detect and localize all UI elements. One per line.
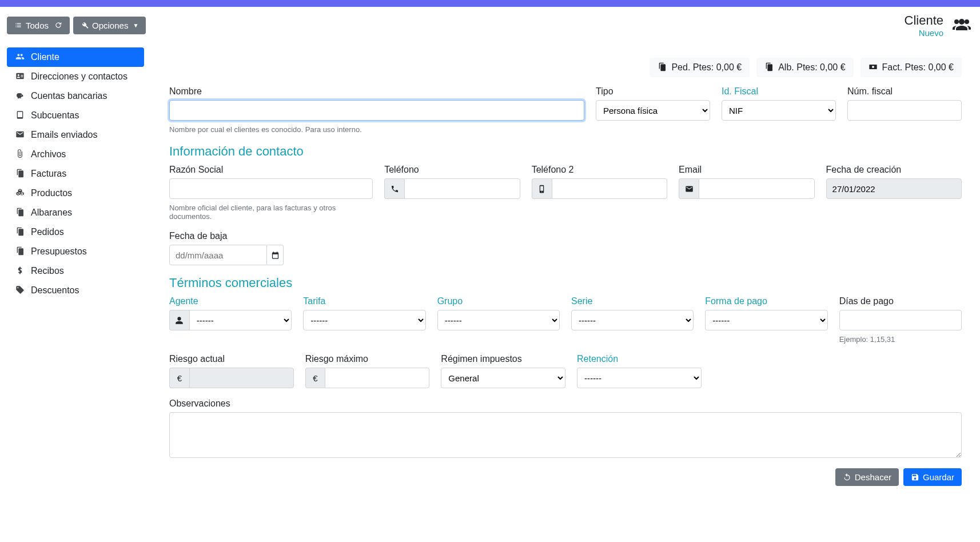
field-agente: Agente ------ bbox=[169, 296, 292, 330]
sidebar-item-cuentas[interactable]: Cuentas bancarias bbox=[7, 86, 144, 106]
grupo-select[interactable]: ------ bbox=[437, 310, 560, 330]
calendar-icon[interactable] bbox=[267, 245, 284, 265]
sidebar-item-label: Facturas bbox=[31, 169, 66, 179]
sidebar-item-label: Cliente bbox=[31, 52, 59, 62]
row-observaciones: Observaciones bbox=[169, 398, 962, 458]
idfiscal-label[interactable]: Id. Fiscal bbox=[722, 86, 836, 97]
nombre-input[interactable] bbox=[169, 100, 584, 121]
idfiscal-select[interactable]: NIF bbox=[722, 100, 836, 121]
cubes-icon bbox=[15, 188, 25, 198]
sidebar-item-label: Recibos bbox=[31, 266, 64, 276]
forma-pago-select[interactable]: ------ bbox=[705, 310, 827, 330]
riesgo-max-label: Riesgo máximo bbox=[305, 354, 430, 364]
numfiscal-input[interactable] bbox=[847, 100, 962, 121]
sidebar-item-label: Descuentos bbox=[31, 285, 79, 296]
telefono2-input[interactable] bbox=[552, 178, 667, 199]
field-riesgo-max: Riesgo máximo € bbox=[305, 354, 430, 388]
fecha-creacion-input bbox=[826, 178, 962, 199]
field-tarifa: Tarifa ------ bbox=[303, 296, 425, 330]
todos-button[interactable]: Todos bbox=[7, 17, 70, 34]
sidebar-item-facturas[interactable]: Facturas bbox=[7, 164, 144, 184]
agente-label[interactable]: Agente bbox=[169, 296, 292, 306]
observaciones-label: Observaciones bbox=[169, 398, 962, 409]
page-title-block: Cliente Nuevo bbox=[905, 13, 943, 38]
observaciones-textarea[interactable] bbox=[169, 412, 962, 458]
sidebar-item-descuentos[interactable]: Descuentos bbox=[7, 281, 144, 300]
sidebar-item-archivos[interactable]: Archivos bbox=[7, 145, 144, 164]
users-icon bbox=[950, 13, 973, 38]
tarifa-select[interactable]: ------ bbox=[303, 310, 425, 330]
stat-fact[interactable]: Fact. Ptes: 0,00 € bbox=[861, 58, 962, 77]
retencion-select[interactable]: ------ bbox=[577, 368, 702, 388]
mobile-icon bbox=[532, 178, 552, 199]
fecha-baja-label: Fecha de baja bbox=[169, 231, 284, 241]
sidebar-item-label: Subcuentas bbox=[31, 110, 79, 121]
tarifa-label[interactable]: Tarifa bbox=[303, 296, 425, 306]
razon-input[interactable] bbox=[169, 178, 373, 199]
sidebar-item-label: Presupuestos bbox=[31, 246, 87, 257]
regimen-select[interactable]: General bbox=[441, 368, 565, 388]
field-regimen: Régimen impuestos General bbox=[441, 354, 565, 388]
sidebar-item-subcuentas[interactable]: Subcuentas bbox=[7, 106, 144, 125]
sidebar-item-emails[interactable]: Emails enviados bbox=[7, 125, 144, 145]
sidebar-item-cliente[interactable]: Cliente bbox=[7, 47, 144, 67]
stat-ped-label: Ped. Ptes: 0,00 € bbox=[671, 62, 742, 73]
copy-icon bbox=[15, 246, 25, 257]
grupo-label[interactable]: Grupo bbox=[437, 296, 560, 306]
envelope-icon bbox=[15, 130, 25, 140]
sidebar-item-direcciones[interactable]: Direcciones y contactos bbox=[7, 67, 144, 86]
opciones-button[interactable]: Opciones ▼ bbox=[73, 17, 146, 34]
deshacer-button[interactable]: Deshacer bbox=[835, 468, 899, 486]
field-retencion: Retención ------ bbox=[577, 354, 702, 388]
sidebar-item-albaranes[interactable]: Albaranes bbox=[7, 203, 144, 222]
section-contacto-title: Información de contacto bbox=[169, 144, 962, 159]
nombre-label: Nombre bbox=[169, 86, 584, 97]
tipo-select[interactable]: Persona física bbox=[596, 100, 710, 121]
euro-addon: € bbox=[169, 368, 189, 388]
sidebar-item-presupuestos[interactable]: Presupuestos bbox=[7, 242, 144, 261]
row-nombre: Nombre Nombre por cual el clientes es co… bbox=[169, 86, 962, 134]
agente-select[interactable]: ------ bbox=[189, 310, 292, 330]
undo-icon bbox=[843, 472, 851, 482]
euro-addon: € bbox=[305, 368, 325, 388]
sidebar-item-label: Direcciones y contactos bbox=[31, 71, 128, 82]
header-right: Cliente Nuevo bbox=[905, 13, 973, 38]
guardar-button[interactable]: Guardar bbox=[903, 468, 962, 486]
copy-icon bbox=[15, 169, 25, 179]
serie-select[interactable]: ------ bbox=[571, 310, 694, 330]
footer-actions: Deshacer Guardar bbox=[169, 468, 962, 486]
sidebar-item-label: Pedidos bbox=[31, 227, 64, 237]
forma-pago-label[interactable]: Forma de pago bbox=[705, 296, 827, 306]
riesgo-max-input[interactable] bbox=[325, 368, 429, 388]
dias-pago-input[interactable] bbox=[839, 310, 962, 330]
piggy-bank-icon bbox=[15, 91, 25, 101]
email-input[interactable] bbox=[699, 178, 814, 199]
serie-label[interactable]: Serie bbox=[571, 296, 694, 306]
row-terminos2: Riesgo actual € Riesgo máximo € Régimen … bbox=[169, 354, 962, 388]
stat-alb[interactable]: Alb. Ptes: 0,00 € bbox=[756, 58, 853, 77]
app-top-bar bbox=[0, 0, 980, 7]
stat-ped[interactable]: Ped. Ptes: 0,00 € bbox=[650, 58, 750, 77]
sidebar-item-productos[interactable]: Productos bbox=[7, 184, 144, 203]
copy-icon bbox=[15, 227, 25, 237]
nombre-help: Nombre por cual el clientes es conocido.… bbox=[169, 125, 584, 134]
fecha-baja-input[interactable] bbox=[169, 245, 267, 265]
retencion-label[interactable]: Retención bbox=[577, 354, 702, 364]
telefono2-label: Teléfono 2 bbox=[532, 165, 667, 175]
envelope-icon bbox=[679, 178, 699, 199]
razon-label: Razón Social bbox=[169, 165, 373, 175]
money-icon bbox=[869, 62, 878, 73]
save-icon bbox=[911, 472, 919, 482]
page-title: Cliente bbox=[905, 13, 943, 28]
field-email: Email bbox=[679, 165, 814, 199]
riesgo-actual-label: Riesgo actual bbox=[169, 354, 294, 364]
row-contacto: Razón Social Nombre oficial del cliente,… bbox=[169, 165, 962, 221]
sidebar-item-pedidos[interactable]: Pedidos bbox=[7, 222, 144, 242]
guardar-button-label: Guardar bbox=[923, 472, 954, 482]
field-telefono: Teléfono bbox=[384, 165, 520, 199]
dollar-icon bbox=[15, 266, 25, 276]
field-nombre: Nombre Nombre por cual el clientes es co… bbox=[169, 86, 584, 134]
sidebar-item-recibos[interactable]: Recibos bbox=[7, 261, 144, 281]
riesgo-actual-input bbox=[189, 368, 294, 388]
telefono-input[interactable] bbox=[404, 178, 520, 199]
